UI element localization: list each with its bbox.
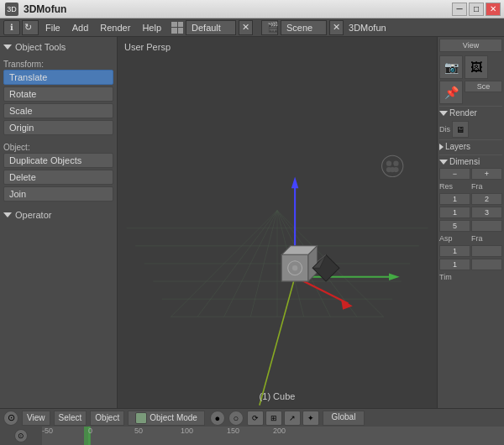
right-panel: View 📷 🖼 📌 Sce Render Dis 🖥: [437, 37, 504, 408]
left-panel: Object Tools Transform: Translate Rotate…: [0, 37, 118, 408]
maximize-button[interactable]: □: [469, 3, 484, 16]
view-button[interactable]: View: [22, 411, 50, 426]
timeline-track[interactable]: -50 0 50 100 150 200: [42, 427, 504, 445]
timeline[interactable]: ⊙ -50 0 50 100 150 200: [0, 427, 504, 445]
render-icon[interactable]: 🖼: [465, 55, 488, 79]
pin-icon[interactable]: 📌: [439, 81, 463, 104]
svg-point-34: [393, 161, 398, 166]
res-fra-row1: 1 2: [439, 193, 502, 205]
res-y-input[interactable]: 1: [439, 207, 470, 218]
tl-mark-50: 50: [134, 427, 143, 435]
render-section-title: Render: [439, 108, 502, 118]
rotate-icon-btn[interactable]: ↻: [22, 20, 39, 35]
vt-circle-icon3[interactable]: ○: [228, 411, 244, 426]
scale-button[interactable]: Scale: [3, 103, 113, 118]
fra-x-input[interactable]: 2: [471, 193, 502, 205]
layout-select[interactable]: Default: [186, 20, 236, 35]
rotate-button[interactable]: Rotate: [3, 86, 113, 102]
res-fra-row2: 1 3: [439, 207, 502, 218]
layers-expand-icon: [439, 144, 444, 150]
vt-circle-icon2[interactable]: ●: [210, 411, 225, 426]
object-button[interactable]: Object: [90, 411, 124, 426]
svg-point-33: [386, 161, 391, 166]
bottom-section: ⊙ -50 0 50 100 150 200 ⊙ View Marker Fra…: [0, 427, 504, 445]
right-panel-tabs: View: [439, 39, 502, 52]
plus-minus-row: − +: [439, 168, 502, 180]
layers-section-title: Layers: [439, 142, 502, 151]
menu-help[interactable]: Help: [137, 21, 166, 34]
menu-render[interactable]: Render: [95, 21, 135, 34]
res-x-input[interactable]: 1: [439, 193, 470, 205]
render-camera-icon[interactable]: 📷: [439, 55, 463, 79]
menu-add[interactable]: Add: [67, 21, 94, 34]
svg-point-28: [292, 265, 297, 270]
vt-circle-icon1[interactable]: ⊙: [3, 411, 18, 426]
main-area: Object Tools Transform: Translate Rotate…: [0, 37, 504, 408]
tim-input[interactable]: [471, 259, 502, 270]
operator-expand-icon: [3, 212, 12, 217]
origin-button[interactable]: Origin: [3, 120, 113, 135]
res-5-input[interactable]: 5: [439, 220, 470, 232]
join-button[interactable]: Join: [3, 186, 113, 202]
dis-icon[interactable]: 🖥: [452, 121, 469, 138]
vt-icon-group: ⟳ ⊞ ↗ ✦: [247, 411, 319, 426]
tl-mark-0: 0: [88, 427, 92, 435]
menubar: ℹ ↻ File Add Render Help Default ✕ 🎬 Sce…: [0, 18, 504, 37]
dimensions-section-title: Dimensi: [439, 157, 502, 166]
app-icon: 3D: [5, 3, 18, 16]
scene-canvas: (1) Cube: [118, 57, 437, 408]
plus-btn[interactable]: +: [471, 168, 502, 180]
res-fra-labels: Res Fra: [439, 181, 502, 191]
app-name-label: 3DMofun: [349, 23, 386, 33]
scene-close-btn[interactable]: ✕: [329, 20, 344, 35]
rp-tab-view[interactable]: View: [439, 39, 502, 52]
translate-button[interactable]: Translate: [3, 70, 113, 85]
asp-x-input[interactable]: 1: [439, 245, 470, 257]
close-button[interactable]: ✕: [486, 3, 501, 16]
dis-row: Dis 🖥: [439, 121, 502, 138]
timeline-circle[interactable]: ⊙: [14, 429, 28, 442]
minus-btn[interactable]: −: [439, 168, 470, 180]
mode-select[interactable]: Object Mode: [128, 411, 205, 426]
tim-label: Tim: [439, 272, 502, 282]
grid-layout-icon[interactable]: [171, 22, 183, 34]
vt-icon-4[interactable]: ✦: [302, 411, 319, 426]
render-section: Render: [439, 106, 502, 119]
global-select[interactable]: Global: [323, 411, 365, 426]
sce-button[interactable]: Sce: [465, 81, 502, 92]
rp-icon-row-2: 📌 Sce: [439, 81, 502, 104]
select-button[interactable]: Select: [54, 411, 87, 426]
vt-icon-3[interactable]: ↗: [284, 411, 301, 426]
viewport-toolbar: ⊙ View Select Object Object Mode ● ○ ⟳ ⊞…: [0, 408, 504, 427]
vt-icon-2[interactable]: ⊞: [265, 411, 282, 426]
vt-icon-1[interactable]: ⟳: [247, 411, 264, 426]
duplicate-button[interactable]: Duplicate Objects: [3, 153, 113, 168]
dimensions-expand-icon: [439, 160, 448, 165]
scene-svg: [118, 57, 437, 408]
layout-close-btn[interactable]: ✕: [239, 20, 253, 35]
minimize-button[interactable]: ─: [452, 3, 467, 16]
tl-mark-150: 150: [227, 427, 239, 435]
asp-row2: 1: [439, 259, 502, 270]
info-button[interactable]: ℹ: [3, 20, 20, 35]
viewport[interactable]: User Persp: [118, 37, 437, 408]
fra-y-input[interactable]: 3: [471, 207, 502, 218]
viewport-label: User Persp: [124, 42, 171, 52]
delete-button[interactable]: Delete: [3, 170, 113, 185]
svg-point-36: [386, 167, 391, 172]
mode-icon: [135, 412, 147, 424]
asp-y-input[interactable]: 1: [439, 259, 470, 270]
scene-icon-btn[interactable]: 🎬: [261, 20, 278, 35]
render-expand-icon: [439, 111, 448, 116]
tl-mark-neg50: -50: [42, 427, 53, 435]
tl-mark-100: 100: [181, 427, 193, 435]
object-tools-section: Object Tools: [3, 40, 113, 54]
asp-row: 1: [439, 245, 502, 257]
titlebar: 3D 3DMofun ─ □ ✕: [0, 0, 504, 18]
menu-file[interactable]: File: [40, 21, 66, 34]
tl-mark-200: 200: [273, 427, 286, 435]
object-label: Object:: [3, 140, 113, 153]
scene-select[interactable]: Scene: [281, 20, 327, 35]
fra-empty-input[interactable]: [471, 220, 502, 232]
asp-fra-input[interactable]: [471, 245, 502, 257]
